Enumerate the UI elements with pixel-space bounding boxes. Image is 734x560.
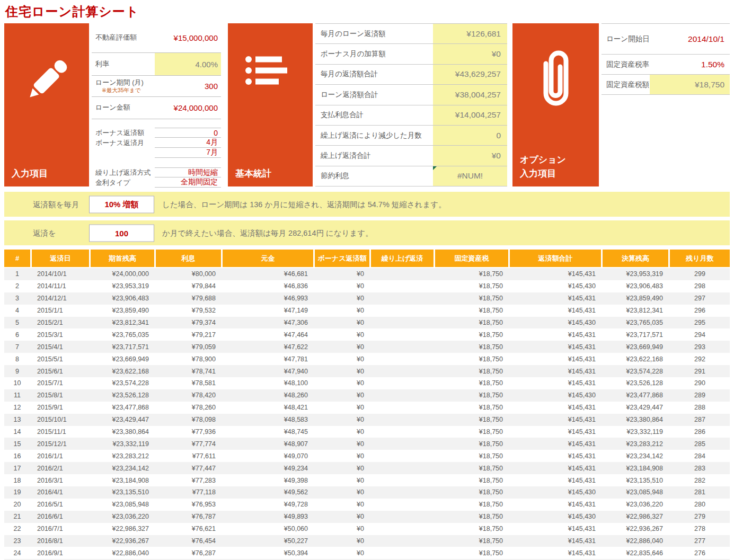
table-cell: ¥145,430	[510, 486, 601, 499]
table-cell: ¥23,669,949	[91, 353, 154, 365]
table-cell: ¥23,036,220	[91, 511, 154, 523]
prepayment-method-cell[interactable]: 時間短縮	[155, 167, 221, 177]
table-cell: 13	[4, 414, 30, 426]
table-cell: ¥23,380,864	[91, 426, 154, 438]
table-cell	[371, 426, 434, 438]
field-property-tax-amount: 固定資産税額 ¥18,750	[602, 75, 730, 95]
increase-percent-input[interactable]: 10% 増額	[89, 195, 154, 213]
table-row: 62015/3/1¥23,765,035¥79,217¥47,464¥0¥18,…	[4, 328, 730, 341]
loan-term-note: ※最大35年まで	[95, 87, 155, 94]
amortization-table: #返済日期首残高利息元金ボーナス返済額繰り上げ返済固定資産税返済額合計決算残高残…	[4, 250, 730, 560]
table-cell: ¥22,986,327	[603, 511, 668, 523]
table-cell: ¥0	[315, 377, 369, 389]
table-cell: ¥23,717,571	[91, 341, 154, 353]
table-row: 222016/7/1¥22,986,327¥76,621¥50,060¥0¥18…	[4, 523, 730, 535]
table-cell: ¥0	[315, 535, 369, 547]
stats-rows: 毎月のローン返済額 ¥126,681 ボーナス月の加算額 ¥0 毎月の返済額合計…	[315, 23, 507, 186]
target-months-input[interactable]: 100	[89, 224, 154, 242]
table-cell: ¥76,454	[156, 535, 221, 547]
table-cell	[371, 511, 434, 523]
paperclip-icon	[535, 49, 577, 111]
input-panel: 入力項目 不動産評価額 ¥15,000,000 利率 4.00% ローン期間 (…	[4, 23, 221, 186]
property-value-cell[interactable]: ¥15,000,000	[155, 23, 221, 52]
table-cell: ¥48,583	[223, 414, 313, 426]
table-cell: ¥145,431	[510, 438, 601, 450]
table-cell: ¥49,070	[223, 450, 313, 462]
table-cell	[371, 280, 434, 292]
table-cell: ¥48,100	[223, 377, 313, 389]
table-cell: ¥49,728	[223, 499, 313, 511]
table-cell	[371, 305, 434, 317]
bonus-month-2-cell[interactable]: 7月	[155, 148, 221, 158]
table-cell: 2016/4/1	[32, 486, 89, 499]
table-cell: ¥145,430	[510, 280, 601, 292]
table-cell: ¥46,993	[223, 292, 313, 305]
bonus-month-1-cell[interactable]: 4月	[155, 138, 221, 148]
table-cell: 297	[670, 292, 730, 305]
table-cell: ¥23,953,319	[91, 280, 154, 292]
table-cell: ¥0	[315, 341, 369, 353]
loan-term-cell[interactable]: 300	[155, 76, 221, 96]
table-cell	[371, 414, 434, 426]
table-cell: 7	[4, 341, 30, 353]
table-cell: 2015/3/1	[32, 328, 89, 341]
field-property-tax-rate: 固定資産税率 1.50%	[602, 55, 730, 75]
table-cell	[371, 535, 434, 547]
table-row: 232016/8/1¥22,936,267¥76,454¥50,227¥0¥18…	[4, 535, 730, 547]
loan-start-date-cell[interactable]: 2014/10/1	[650, 24, 730, 54]
table-cell: ¥23,477,868	[91, 402, 154, 414]
table-cell: 2015/1/1	[32, 305, 89, 317]
table-cell: 278	[670, 523, 730, 535]
table-row: 132015/10/1¥23,429,447¥78,098¥48,583¥0¥1…	[4, 414, 730, 426]
total-monthly-payments-value: ¥43,629,257	[433, 65, 507, 84]
table-row: 142015/11/1¥23,380,864¥77,936¥48,745¥0¥1…	[4, 426, 730, 438]
table-cell: ¥23,622,168	[91, 365, 154, 377]
table-cell: ¥145,431	[510, 341, 601, 353]
table-cell: ¥23,953,319	[603, 268, 668, 280]
table-cell: ¥23,429,447	[603, 402, 668, 414]
column-header: #	[4, 250, 30, 267]
table-cell: 2016/3/1	[32, 474, 89, 486]
table-cell: ¥49,234	[223, 462, 313, 474]
table-cell: ¥23,906,483	[91, 292, 154, 305]
table-cell	[371, 365, 434, 377]
interest-rate-cell[interactable]: 4.00%	[155, 53, 221, 75]
table-cell: 9	[4, 365, 30, 377]
saved-interest-error-value: #NUM!	[433, 166, 507, 186]
table-row: 172016/2/1¥23,234,142¥77,447¥49,234¥0¥18…	[4, 462, 730, 474]
table-cell: ¥76,621	[156, 523, 221, 535]
column-header: 返済額合計	[510, 250, 601, 267]
option-panel-badge: オプション 入力項目	[512, 23, 599, 186]
table-cell: ¥23,622,168	[603, 353, 668, 365]
table-cell: 2016/5/1	[32, 499, 89, 511]
table-cell: ¥0	[315, 486, 369, 499]
table-cell: 4	[4, 305, 30, 317]
table-cell: 294	[670, 328, 730, 341]
table-cell: ¥23,135,510	[603, 474, 668, 486]
column-header: 元金	[223, 250, 313, 267]
table-cell: ¥49,893	[223, 511, 313, 523]
property-tax-rate-cell[interactable]: 1.50%	[650, 55, 730, 74]
table-cell: ¥145,430	[510, 511, 601, 523]
table-cell: 2015/9/1	[32, 402, 89, 414]
table-cell: ¥145,431	[510, 535, 601, 547]
bonus-amount-cell[interactable]: 0	[155, 128, 221, 138]
property-tax-amount-cell: ¥18,750	[650, 75, 730, 94]
table-cell: ¥24,000,000	[91, 268, 154, 280]
table-cell	[371, 292, 434, 305]
table-row: 32014/12/1¥23,906,483¥79,688¥46,993¥0¥18…	[4, 292, 730, 305]
rate-type-cell[interactable]: 全期間固定	[155, 177, 221, 188]
table-cell: ¥46,836	[223, 280, 313, 292]
table-cell: 2016/7/1	[32, 523, 89, 535]
table-cell: 282	[670, 474, 730, 486]
table-cell: 22	[4, 523, 30, 535]
table-cell: ¥77,611	[156, 450, 221, 462]
table-cell: 283	[670, 462, 730, 474]
bonus-month-addition-value: ¥0	[433, 44, 507, 64]
loan-amount-cell[interactable]: ¥24,000,000	[155, 97, 221, 119]
total-prepayment-value: ¥0	[433, 146, 507, 165]
table-cell: ¥23,036,220	[603, 499, 668, 511]
field-bonus-amount: ボーナス返済額 0	[92, 128, 221, 138]
table-cell: ¥145,431	[510, 353, 601, 365]
field-interest-rate: 利率 4.00%	[92, 53, 221, 76]
